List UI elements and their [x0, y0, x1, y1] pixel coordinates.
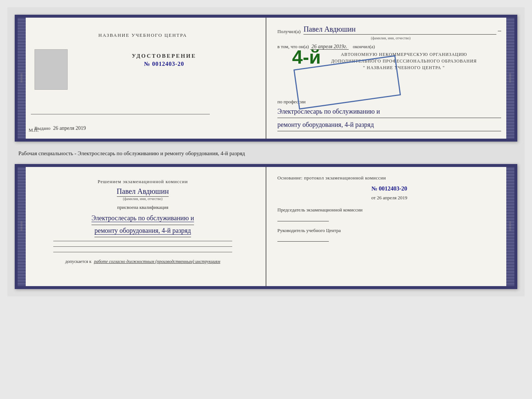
top-left-page: НАЗВАНИЕ УЧЕБНОГО ЦЕНТРА УДОСТОВЕРЕНИЕ №…: [18, 18, 266, 139]
bottom-document: ||||||||||| Решением экзаменационной ком…: [15, 164, 517, 289]
ot-date-value: 26 апреля 2019: [377, 195, 407, 200]
profession-line1: Электрослесарь по обслуживанию и: [277, 106, 501, 118]
fio-label-bottom: (фамилия, имя, отчество): [123, 197, 163, 201]
vidano-line: Выдано 26 апреля 2019: [35, 125, 255, 131]
poluchil-line: Получил(а) Павел Авдюшин –: [277, 25, 501, 35]
divider-line: [31, 114, 210, 114]
top-right-page: Получил(а) Павел Авдюшин – (фамилия, имя…: [266, 18, 514, 139]
rukovoditel-block: Руководитель учебного Центра: [277, 227, 501, 242]
between-text: Рабочая специальность - Электрослесарь п…: [15, 147, 517, 158]
divider-bottom-2: [53, 246, 232, 247]
divider-bottom-3: [53, 252, 232, 252]
udostoverenie-title: УДОСТОВЕРЕНИЕ: [132, 53, 197, 59]
po-professii: по профессии: [277, 99, 501, 105]
org-text: АВТОНОМНУЮ НЕКОММЕРЧЕСКУЮ ОРГАНИЗАЦИЮ ДО…: [307, 51, 501, 71]
page-wrapper: ||||||||||| НАЗВАНИЕ УЧЕБНОГО ЦЕНТРА УДО…: [7, 7, 525, 296]
center-name-top: НАЗВАНИЕ УЧЕБНОГО ЦЕНТРА: [98, 32, 187, 38]
bottom-name: Павел Авдюшин: [117, 187, 169, 197]
prisvoena-label: присвоена квалификация: [117, 204, 168, 210]
profession-line2: ремонту оборудования, 4-й разряд: [277, 120, 501, 131]
qual-line1: Электрослесарь по обслуживанию и: [91, 213, 194, 225]
divider-bottom-1: [53, 241, 232, 241]
udostoverenie-number: № 0012403-20: [144, 61, 184, 67]
spine-decoration-right: |||||||||||: [509, 73, 512, 83]
ot-label: от: [371, 195, 375, 200]
rukovoditel-signature-line: [277, 241, 329, 242]
poluchil-label: Получил(а): [277, 29, 301, 35]
avtonomnuyu-line: АВТОНОМНУЮ НЕКОММЕРЧЕСКУЮ ОРГАНИЗАЦИЮ: [307, 51, 501, 58]
qual-line2: ремонту оборудования, 4-й разряд: [94, 225, 191, 238]
nazv-center-line: " НАЗВАНИЕ УЧЕБНОГО ЦЕНТРА ": [307, 64, 501, 71]
bottom-left-page: Решением экзаменационной комиссии Павел …: [18, 167, 266, 286]
bottom-right-page: Основание: протокол экзаменационной коми…: [266, 167, 514, 286]
dopolnitelnogo-line: ДОПОЛНИТЕЛЬНОГО ПРОФЕССИОНАЛЬНОГО ОБРАЗО…: [307, 58, 501, 64]
top-document: ||||||||||| НАЗВАНИЕ УЧЕБНОГО ЦЕНТРА УДО…: [15, 15, 517, 142]
predsedatel-block: Председатель экзаменационной комиссии: [277, 207, 501, 221]
okoncil-label: окончил(а): [353, 44, 375, 49]
vidano-date: 26 апреля 2019: [53, 125, 86, 131]
spine-right-bottom: |||||||||||: [506, 167, 514, 286]
big-razryad: 4-й: [292, 47, 321, 67]
poluchil-name: Павел Авдюшин: [303, 25, 496, 35]
spine-right: |||||||||||: [506, 18, 514, 139]
dopuskaetsya-label: допускается к: [65, 259, 91, 264]
predsedatel-signature-line: [277, 221, 329, 221]
ot-date: от 26 апреля 2019: [277, 195, 501, 201]
resheniem-title: Решением экзаменационной комиссии: [98, 178, 188, 185]
rukovoditel-label: Руководитель учебного Центра: [277, 227, 501, 234]
osnovanie-text: Основание: протокол экзаменационной коми…: [277, 174, 501, 182]
predsedatel-label: Председатель экзаменационной комиссии: [277, 207, 501, 213]
dopuskaetsya-line: допускается к работе согласно должностны…: [65, 259, 220, 264]
mp-label: М.П.: [29, 127, 39, 133]
dopuskaetsya-italic: работе согласно должностным (производств…: [94, 259, 220, 264]
spine-decoration-br: |||||||||||: [509, 221, 512, 231]
protocol-number: № 0012403-20: [277, 185, 501, 192]
fio-label-top: (фамилия, имя, отчество): [280, 36, 501, 40]
stamp-container: 4-й АВТОНОМНУЮ НЕКОММЕРЧЕСКУЮ ОРГАНИЗАЦИ…: [277, 51, 501, 95]
photo-placeholder: [35, 49, 68, 90]
